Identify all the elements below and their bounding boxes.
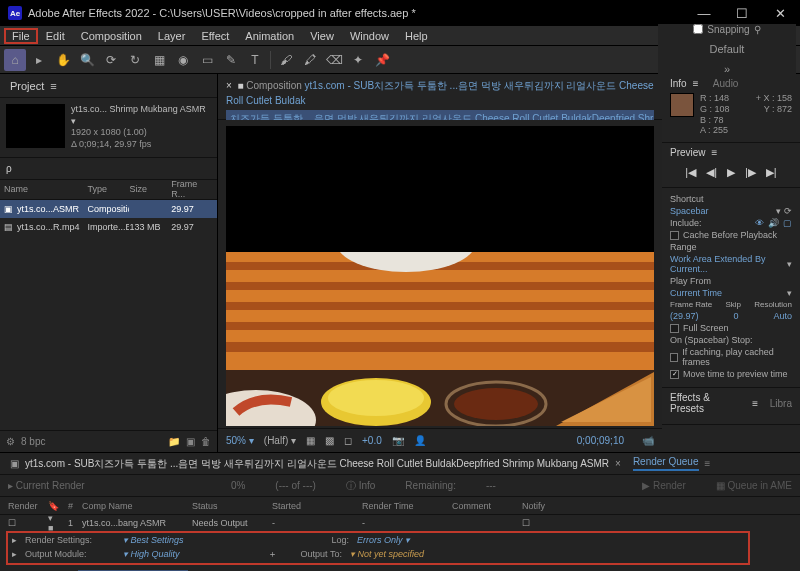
roto-tool-icon[interactable]: ✦ <box>347 49 369 71</box>
timeline-comp-tab[interactable]: yt1s.com - SUB치즈가득 두툼한 ...음면 먹방 새우튀김까지 리… <box>25 457 609 471</box>
delete-icon[interactable]: 🗑 <box>201 436 211 447</box>
right-panels: Info ≡ Audio R : 148G : 108B : 78A : 255… <box>662 74 800 452</box>
snapping-toggle[interactable]: Snapping ⚲ <box>693 24 760 35</box>
preview-tab[interactable]: Preview <box>670 147 706 158</box>
skip-dropdown[interactable]: 0 <box>734 311 739 321</box>
include-audio-icon[interactable]: 🔊 <box>768 218 779 228</box>
menu-animation[interactable]: Animation <box>237 28 302 44</box>
project-tab[interactable]: Project ≡ <box>0 74 217 98</box>
camera-tool-icon[interactable]: ▦ <box>148 49 170 71</box>
camera-icon[interactable]: 📹 <box>642 435 654 446</box>
menu-help[interactable]: Help <box>397 28 436 44</box>
eraser-tool-icon[interactable]: ⌫ <box>323 49 345 71</box>
info-tab[interactable]: Info <box>670 78 687 89</box>
last-frame-icon[interactable]: ▶| <box>766 166 777 179</box>
rq-item-row[interactable]: ☐ ▸ ■ 2 yt1s.co...bang ASMR Needs Output… <box>0 567 800 571</box>
menu-effect[interactable]: Effect <box>193 28 237 44</box>
anchor-tool-icon[interactable]: ◉ <box>172 49 194 71</box>
resolution-dropdown[interactable]: (Half) ▾ <box>264 435 296 446</box>
toolbar-separator <box>270 51 271 69</box>
menu-view[interactable]: View <box>302 28 342 44</box>
new-folder-icon[interactable]: 📁 <box>168 436 180 447</box>
selection-tool-icon[interactable]: ▸ <box>28 49 50 71</box>
zoom-dropdown[interactable]: 50% ▾ <box>226 435 254 446</box>
menu-composition[interactable]: Composition <box>73 28 150 44</box>
workspace-default[interactable]: Default <box>710 43 745 55</box>
cache-before-checkbox[interactable] <box>670 231 679 240</box>
close-button[interactable]: ✕ <box>768 6 792 21</box>
libraries-tab[interactable]: Libra <box>770 398 792 409</box>
project-search[interactable]: ρ <box>0 158 217 180</box>
output-module-link[interactable]: ▾ High Quality <box>123 549 180 559</box>
type-tool-icon[interactable]: T <box>244 49 266 71</box>
interpret-icon[interactable]: ⚙ <box>6 436 15 447</box>
play-icon[interactable]: ▶ <box>727 166 735 179</box>
rq-columns: Render 🔖 # Comp Name Status Started Rend… <box>0 497 800 515</box>
effects-presets-tab[interactable]: Effects & Presets <box>670 392 746 414</box>
svg-rect-5 <box>226 322 654 330</box>
minimize-button[interactable]: — <box>692 6 716 21</box>
first-frame-icon[interactable]: |◀ <box>685 166 696 179</box>
ifcaching-checkbox[interactable] <box>670 353 678 362</box>
next-frame-icon[interactable]: |▶ <box>745 166 756 179</box>
transparency-icon[interactable]: ▩ <box>325 435 334 446</box>
viewport[interactable] <box>218 120 662 428</box>
fullscreen-checkbox[interactable] <box>670 324 679 333</box>
render-button[interactable]: ▶ Render <box>642 480 686 491</box>
range-dropdown[interactable]: Work Area Extended By Current... <box>670 254 787 274</box>
workspace-more-icon[interactable]: » <box>724 63 730 75</box>
pen-tool-icon[interactable]: ✎ <box>220 49 242 71</box>
toolbar: ⌂ ▸ ✋ 🔍 ⟳ ↻ ▦ ◉ ▭ ✎ T 🖌 🖍 ⌫ ✦ 📌 Snapping… <box>0 46 800 74</box>
render-checkbox[interactable]: ☐ <box>8 518 16 528</box>
shape-tool-icon[interactable]: ▭ <box>196 49 218 71</box>
timecode[interactable]: 0;00;09;10 <box>577 435 624 446</box>
playfrom-dropdown[interactable]: Current Time <box>670 288 722 298</box>
project-item[interactable]: ▤yt1s.co...R.mp4 Importe...EX 133 MB 29.… <box>0 218 217 236</box>
snapshot-icon[interactable]: 📷 <box>392 435 404 446</box>
menu-edit[interactable]: Edit <box>38 28 73 44</box>
exposure-value[interactable]: +0.0 <box>362 435 382 446</box>
titlebar: Ae Adobe After Effects 2022 - C:\Users\U… <box>0 0 800 26</box>
log-dropdown[interactable]: Errors Only ▾ <box>357 535 410 545</box>
orbit-tool-icon[interactable]: ⟳ <box>100 49 122 71</box>
project-item[interactable]: ▣yt1s.co...ASMR Composition 29.97 <box>0 200 217 218</box>
app-icon: Ae <box>8 6 22 20</box>
render-settings-link[interactable]: ▾ Best Settings <box>123 535 184 545</box>
maximize-button[interactable]: ☐ <box>730 6 754 21</box>
composition-info: yt1s.co... Shrimp Mukbang ASMR ▾ 1920 x … <box>71 104 211 151</box>
bottom-panel: ▣ yt1s.com - SUB치즈가득 두툼한 ...음면 먹방 새우튀김까지… <box>0 452 800 571</box>
include-overlay-icon[interactable]: ▢ <box>783 218 792 228</box>
shortcut-dropdown[interactable]: Spacebar <box>670 206 709 216</box>
output-to-link[interactable]: ▾ Not yet specified <box>350 549 424 559</box>
rq-item-row[interactable]: ☐ ▾ ■ 1 yt1s.co...bang ASMR Needs Output… <box>0 515 800 531</box>
menu-window[interactable]: Window <box>342 28 397 44</box>
new-comp-icon[interactable]: ▣ <box>186 436 195 447</box>
audio-tab[interactable]: Audio <box>713 78 739 89</box>
queue-ame-button[interactable]: ▦ Queue in AME <box>716 480 792 491</box>
render-info-button[interactable]: ⓘ Info <box>346 479 375 493</box>
svg-rect-4 <box>226 302 654 310</box>
movetime-checkbox[interactable]: ✓ <box>670 370 679 379</box>
framerate-dropdown[interactable]: (29.97) <box>670 311 699 321</box>
home-icon[interactable]: ⌂ <box>4 49 26 71</box>
include-video-icon[interactable]: 👁 <box>755 218 764 228</box>
mask-icon[interactable]: ◻ <box>344 435 352 446</box>
menu-file[interactable]: File <box>4 28 38 44</box>
hand-tool-icon[interactable]: ✋ <box>52 49 74 71</box>
bpc-toggle[interactable]: 8 bpc <box>21 436 45 447</box>
menu-layer[interactable]: Layer <box>150 28 194 44</box>
res-dropdown[interactable]: Auto <box>773 311 792 321</box>
svg-rect-6 <box>226 342 654 352</box>
preview-options: Shortcut Spacebar▾ ⟳ Include:👁🔊▢ Cache B… <box>662 188 800 388</box>
zoom-tool-icon[interactable]: 🔍 <box>76 49 98 71</box>
prev-frame-icon[interactable]: ◀| <box>706 166 717 179</box>
fast-preview-icon[interactable]: ▦ <box>306 435 315 446</box>
rotate-tool-icon[interactable]: ↻ <box>124 49 146 71</box>
add-output-icon[interactable]: ＋ <box>268 548 277 561</box>
render-queue-tab[interactable]: Render Queue <box>633 456 699 471</box>
puppet-tool-icon[interactable]: 📌 <box>371 49 393 71</box>
clone-tool-icon[interactable]: 🖍 <box>299 49 321 71</box>
canvas <box>226 126 654 426</box>
show-snapshot-icon[interactable]: 👤 <box>414 435 426 446</box>
brush-tool-icon[interactable]: 🖌 <box>275 49 297 71</box>
